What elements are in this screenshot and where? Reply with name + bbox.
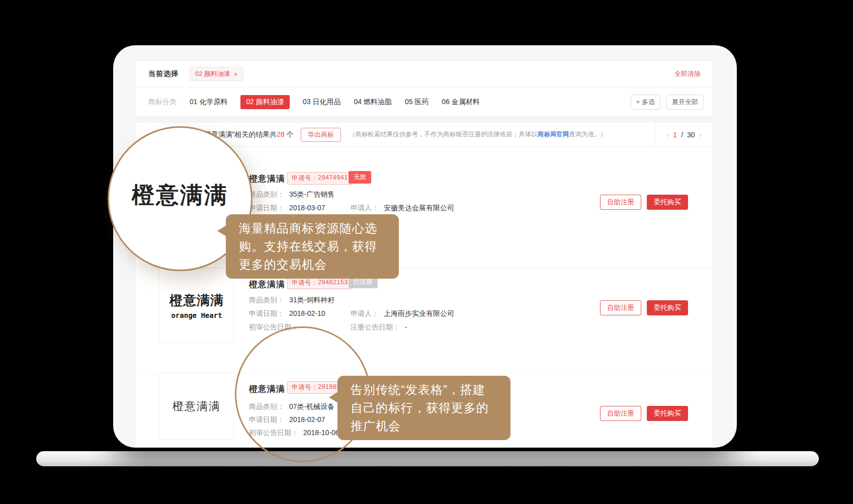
category-field-row1: 商品类别：35类-广告销售 bbox=[249, 190, 334, 199]
field-label: 商品类别： bbox=[249, 296, 284, 304]
row-actions-row1: 自助注册 委托购买 bbox=[600, 195, 688, 210]
callout-bubble-marketplace: 海量精品商标资源随心选购。支持在线交易，获得更多的交易机会 bbox=[226, 214, 399, 279]
category-item-04[interactable]: 04 燃料油脂 bbox=[354, 98, 391, 107]
results-disclaimer: （商标检索结果仅供参考，不作为商标能否注册的法律依据；具体以商标局官网查询为准。… bbox=[349, 130, 607, 139]
field-value: 2018-03-07 bbox=[289, 204, 325, 212]
callout-text: 海量精品商标资源随心选购。支持在线交易，获得更多的交易机会 bbox=[239, 221, 377, 271]
category-row-label: 商标分类 bbox=[148, 98, 177, 107]
row-actions-row2: 自助注册 委托购买 bbox=[600, 300, 688, 315]
app-no-value: 29474941 bbox=[318, 174, 348, 183]
entrust-purchase-button-row1[interactable]: 委托购买 bbox=[647, 195, 688, 210]
filter-panel: 当前选择 02 颜料油漆 × 全部清除 商标分类 01 化学原料 02 颜料油漆… bbox=[135, 60, 713, 117]
applicant-field-row2: 申请人：上海雨步实业有限公司 bbox=[351, 309, 454, 318]
page-separator: / bbox=[681, 131, 683, 139]
field-label: 商品类别： bbox=[249, 190, 284, 198]
current-selection-row: 当前选择 02 颜料油漆 × 全部清除 bbox=[135, 61, 713, 88]
apply-date-field-row2: 申请日期：2018-02-10 bbox=[249, 309, 325, 318]
category-field-row2: 商品类别：31类-饲料种籽 bbox=[249, 296, 334, 305]
bubble-pointer-icon bbox=[217, 225, 226, 236]
entrust-purchase-button-row2[interactable]: 委托购买 bbox=[647, 300, 688, 315]
self-register-button-row2[interactable]: 自助注册 bbox=[600, 300, 641, 315]
category-row: 商标分类 01 化学原料 02 颜料油漆 03 日化用品 04 燃料油脂 05 … bbox=[135, 88, 713, 117]
field-value: - bbox=[405, 323, 407, 331]
self-register-button-row1[interactable]: 自助注册 bbox=[600, 195, 641, 210]
row-actions-row3: 自助注册 委托购买 bbox=[600, 406, 688, 421]
app-no-label: 申请号： bbox=[292, 279, 318, 287]
selected-filter-tag[interactable]: 02 颜料油漆 × bbox=[190, 67, 243, 81]
disclaimer-suffix: 查询为准。） bbox=[569, 131, 607, 138]
status-badge-invalid: 无效 bbox=[349, 171, 371, 184]
trademark-name-row2: 橙意满满 bbox=[249, 279, 285, 290]
trademark-logo-text: 橙意满满 bbox=[169, 292, 224, 309]
applicant-field-row1: 申请人：安徽美达会展有限公司 bbox=[351, 204, 454, 213]
results-count: 28 bbox=[277, 130, 285, 138]
magnified-trademark-text: 橙意满满 bbox=[132, 180, 228, 210]
expand-all-button[interactable]: 展开全部 bbox=[666, 95, 704, 110]
current-selection-label: 当前选择 bbox=[148, 69, 179, 78]
field-value: 上海雨步实业有限公司 bbox=[384, 309, 454, 317]
results-summary-suffix: 个 bbox=[285, 130, 294, 138]
current-page: 1 bbox=[673, 131, 677, 139]
category-item-01[interactable]: 01 化学原料 bbox=[190, 98, 227, 107]
multi-select-button[interactable]: + 多选 bbox=[631, 95, 660, 110]
field-value: 31类-饲料种籽 bbox=[289, 296, 334, 304]
category-item-05[interactable]: 05 医药 bbox=[405, 98, 429, 107]
field-label: 申请日期： bbox=[249, 204, 284, 212]
bubble-pointer-icon bbox=[329, 392, 338, 403]
app-no-label: 申请号： bbox=[292, 174, 318, 183]
app-no-value: 29482153 bbox=[318, 279, 348, 287]
trademark-office-link[interactable]: 商标局官网 bbox=[538, 131, 569, 138]
field-label: 申请日期： bbox=[249, 309, 284, 317]
apply-date-field-row1: 申请日期：2018-03-07 bbox=[249, 204, 325, 213]
disclaimer-prefix: （商标检索结果仅供参考，不作为商标能否注册的法律依据；具体以 bbox=[349, 131, 538, 138]
total-pages: 30 bbox=[687, 131, 695, 139]
pagination: ‹ 1 / 30 › bbox=[655, 123, 713, 147]
trademark-logo-text: 橙意满满 bbox=[173, 399, 221, 414]
next-page-icon[interactable]: › bbox=[699, 130, 702, 139]
clear-all-button[interactable]: 全部清除 bbox=[674, 69, 701, 78]
reg-publication-field-row2: 注册公告日期：- bbox=[351, 323, 407, 332]
category-item-03[interactable]: 03 日化用品 bbox=[303, 98, 340, 107]
category-item-06[interactable]: 06 金属材料 bbox=[442, 98, 479, 107]
field-value: 2018-02-10 bbox=[289, 309, 325, 317]
self-register-button-row3[interactable]: 自助注册 bbox=[600, 406, 641, 421]
field-value: 35类-广告销售 bbox=[289, 190, 334, 198]
trademark-image-row2: 橙意满满 orange Heart bbox=[159, 268, 234, 343]
category-actions: + 多选 展开全部 bbox=[631, 95, 704, 110]
field-label: 注册公告日期： bbox=[351, 323, 400, 331]
callout-text: 告别传统“发表格”，搭建自己的标行，获得更多的推广机会 bbox=[351, 383, 489, 433]
callout-bubble-promotion: 告别传统“发表格”，搭建自己的标行，获得更多的推广机会 bbox=[337, 376, 510, 440]
selected-filter-tag-label: 02 颜料油漆 bbox=[195, 69, 230, 78]
export-trademark-button[interactable]: 导出商标 bbox=[301, 128, 341, 142]
category-item-02-selected[interactable]: 02 颜料油漆 bbox=[240, 95, 289, 109]
laptop-base bbox=[36, 451, 819, 466]
row-divider bbox=[135, 267, 713, 268]
prev-page-icon[interactable]: ‹ bbox=[666, 130, 669, 139]
entrust-purchase-button-row3[interactable]: 委托购买 bbox=[647, 406, 688, 421]
field-label: 申请人： bbox=[351, 204, 379, 212]
remove-tag-icon[interactable]: × bbox=[234, 70, 238, 78]
trademark-image-row3: 橙意满满 bbox=[159, 373, 234, 440]
field-value: 安徽美达会展有限公司 bbox=[384, 204, 454, 212]
trademark-name-row1: 橙意满满 bbox=[249, 173, 285, 185]
application-number-row1: 申请号：29474941 bbox=[287, 172, 353, 185]
trademark-logo-subtext: orange Heart bbox=[171, 311, 222, 319]
field-label: 申请人： bbox=[351, 309, 379, 317]
